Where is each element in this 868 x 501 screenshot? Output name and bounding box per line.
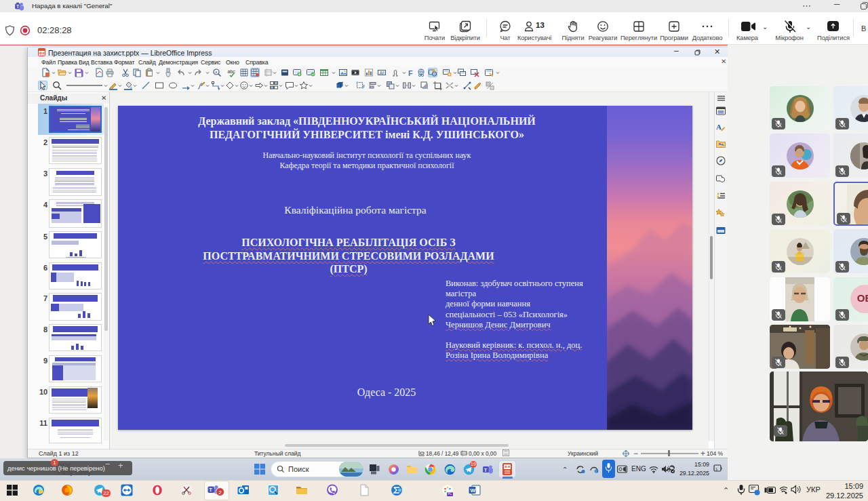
svg-text:F: F bbox=[408, 69, 413, 77]
svg-text:T: T bbox=[484, 468, 487, 473]
svg-text:A: A bbox=[380, 71, 383, 75]
svg-text:a: a bbox=[215, 70, 217, 74]
svg-text:1: 1 bbox=[715, 467, 718, 471]
svg-text:abc: abc bbox=[228, 69, 236, 74]
svg-text:T: T bbox=[210, 487, 213, 492]
svg-text:i: i bbox=[595, 469, 596, 473]
svg-text:T: T bbox=[16, 4, 19, 9]
svg-text:W: W bbox=[471, 487, 476, 494]
svg-text:A: A bbox=[716, 123, 722, 131]
